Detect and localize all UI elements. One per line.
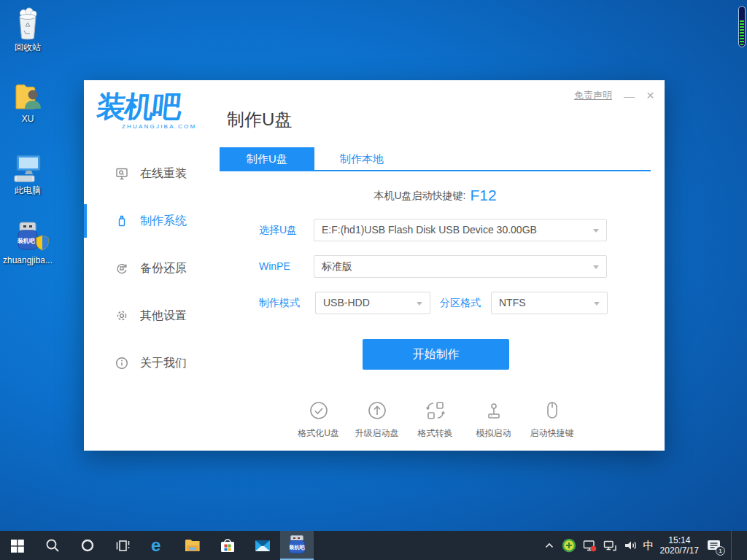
tool-format-usb[interactable]: 格式化U盘 bbox=[290, 400, 348, 440]
winpe-dropdown[interactable]: 标准版 bbox=[314, 255, 607, 278]
search-icon bbox=[44, 537, 61, 553]
tray-clock[interactable]: 15:14 2020/7/17 bbox=[660, 535, 699, 556]
sidebar-item-backup-restore[interactable]: 备份还原 bbox=[84, 250, 220, 287]
disclaimer-link[interactable]: 免责声明 bbox=[574, 89, 612, 102]
desktop: 回收站 XU 此电脑 bbox=[0, 0, 747, 560]
tray-ime-indicator[interactable]: 中 bbox=[643, 539, 654, 553]
desktop-icon-label: 回收站 bbox=[1, 42, 54, 52]
tray-volume-icon[interactable] bbox=[623, 538, 638, 553]
usb-select-label: 选择U盘 bbox=[259, 219, 297, 241]
usb-app-icon-text: 装机吧 bbox=[18, 237, 35, 245]
windows-logo-icon bbox=[10, 538, 25, 553]
close-button[interactable]: × bbox=[646, 88, 654, 104]
user-folder-icon bbox=[1, 76, 54, 114]
taskbar-divider bbox=[731, 531, 732, 560]
desktop-icon-label: zhuangjiba... bbox=[1, 255, 54, 265]
tray-chevron-up-icon[interactable] bbox=[543, 539, 556, 552]
app-logo-title: 装机吧 bbox=[96, 90, 223, 122]
tray-screen-notification-icon[interactable] bbox=[582, 538, 597, 553]
make-mode-value: USB-HDD bbox=[323, 297, 370, 308]
window-controls: 免责声明 — × bbox=[574, 88, 654, 104]
usb-drive-icon bbox=[115, 214, 129, 228]
tool-simulate-boot[interactable]: 模拟启动 bbox=[465, 400, 523, 440]
usb-select-dropdown[interactable]: E:F:(hd1)USB Flash Disk USB Device 30.00… bbox=[314, 219, 607, 241]
edge-icon: e bbox=[148, 536, 167, 555]
tray-time: 15:14 bbox=[660, 535, 699, 545]
microsoft-store-button[interactable] bbox=[210, 531, 245, 560]
tool-boot-hotkeys[interactable]: 启动快捷键 bbox=[523, 400, 581, 440]
backup-restore-icon bbox=[115, 261, 129, 276]
partition-format-dropdown[interactable]: NTFS bbox=[491, 292, 608, 314]
sidebar-item-online-reinstall[interactable]: 在线重装 bbox=[84, 155, 220, 192]
sidebar-item-make-system[interactable]: 制作系统 bbox=[84, 203, 220, 239]
desktop-icon-label: 此电脑 bbox=[1, 185, 54, 195]
start-button[interactable] bbox=[0, 531, 35, 560]
partition-format-value: NTFS bbox=[499, 297, 526, 308]
make-mode-label: 制作模式 bbox=[259, 292, 300, 314]
edge-browser-button[interactable]: e bbox=[140, 531, 175, 560]
desktop-icon-label: XU bbox=[1, 114, 54, 124]
mail-button[interactable] bbox=[245, 531, 280, 560]
desktop-icon-recycle-bin[interactable]: 回收站 bbox=[1, 4, 54, 52]
cortana-button[interactable] bbox=[70, 531, 105, 560]
app-logo-subtitle: ZHUANGJIBA.COM bbox=[122, 123, 221, 130]
notification-count-badge: 1 bbox=[716, 546, 725, 556]
taskbar: e bbox=[0, 531, 747, 560]
winpe-value: 标准版 bbox=[322, 260, 352, 272]
this-pc-icon bbox=[1, 147, 54, 185]
file-explorer-button[interactable] bbox=[175, 531, 210, 560]
taskbar-search-button[interactable] bbox=[35, 531, 70, 560]
info-icon bbox=[115, 356, 129, 370]
convert-icon bbox=[425, 400, 446, 421]
chevron-down-icon bbox=[593, 265, 599, 269]
task-view-button[interactable] bbox=[105, 531, 140, 560]
desktop-icon-xu-folder[interactable]: XU bbox=[1, 76, 54, 124]
sidebar-item-other-settings[interactable]: 其他设置 bbox=[84, 298, 220, 334]
arrow-up-circle-icon bbox=[366, 400, 388, 421]
sidebar-item-label: 关于我们 bbox=[140, 356, 187, 371]
shield-icon bbox=[35, 235, 50, 254]
page-title: 制作U盘 bbox=[227, 108, 292, 131]
tray-network-icon[interactable] bbox=[603, 538, 617, 553]
tool-label: 格式化U盘 bbox=[290, 427, 348, 440]
taskbar-app-zhuangjiba[interactable]: 装机吧 bbox=[280, 531, 314, 560]
app-logo: 装机吧 ZHUANGJIBA.COM bbox=[97, 90, 221, 130]
desktop-icon-zhuangjiba[interactable]: 装机吧 zhuangjiba... bbox=[1, 217, 54, 265]
chevron-down-icon bbox=[594, 302, 600, 306]
settings-gear-icon bbox=[115, 308, 129, 323]
show-desktop-button[interactable] bbox=[738, 531, 741, 560]
tab-make-usb[interactable]: 制作U盘 bbox=[220, 147, 314, 170]
chevron-down-icon bbox=[417, 302, 422, 306]
tool-format-convert[interactable]: 格式转换 bbox=[406, 400, 465, 440]
mouse-icon bbox=[541, 400, 563, 421]
taskbar-left: e bbox=[0, 531, 314, 560]
make-mode-dropdown[interactable]: USB-HDD bbox=[315, 292, 430, 314]
start-make-button[interactable]: 开始制作 bbox=[363, 339, 509, 370]
svg-text:e: e bbox=[151, 536, 160, 555]
file-explorer-icon bbox=[183, 536, 202, 555]
tool-label: 格式转换 bbox=[406, 427, 465, 440]
partition-format-label: 分区格式 bbox=[440, 292, 481, 314]
sidebar-item-label: 在线重装 bbox=[140, 166, 187, 182]
minimize-button[interactable]: — bbox=[624, 90, 635, 102]
tab-bar: 制作U盘 制作本地 bbox=[220, 147, 651, 171]
notification-center-button[interactable]: 1 bbox=[705, 536, 724, 555]
sidebar-item-about-us[interactable]: 关于我们 bbox=[84, 345, 220, 381]
tool-upgrade-boot-disk[interactable]: 升级启动盘 bbox=[348, 400, 406, 440]
taskbar-tray: 中 15:14 2020/7/17 1 bbox=[543, 531, 741, 560]
boot-hotkey-value: F12 bbox=[470, 187, 496, 203]
footer-tools: 格式化U盘 升级启动盘 格式转换 bbox=[220, 400, 651, 440]
usb-app-icon: 装机吧 bbox=[288, 535, 306, 554]
level-gauge bbox=[738, 6, 746, 47]
tray-antivirus-icon[interactable] bbox=[562, 538, 576, 553]
tool-label: 模拟启动 bbox=[465, 427, 523, 440]
sidebar-item-label: 制作系统 bbox=[140, 214, 187, 229]
sidebar-item-label: 其他设置 bbox=[140, 308, 187, 324]
desktop-icon-this-pc[interactable]: 此电脑 bbox=[1, 147, 54, 195]
tab-make-local[interactable]: 制作本地 bbox=[314, 147, 409, 170]
recycle-bin-icon bbox=[1, 4, 54, 42]
monitor-reinstall-icon bbox=[115, 166, 129, 181]
tray-date: 2020/7/17 bbox=[660, 545, 699, 556]
joystick-icon bbox=[483, 400, 505, 421]
mail-icon bbox=[253, 536, 272, 555]
